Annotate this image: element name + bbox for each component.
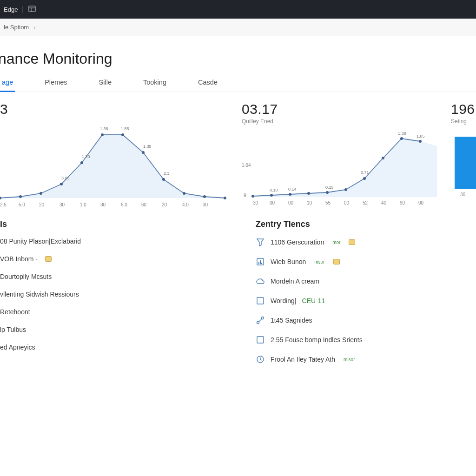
tab-bar: age Plemes Sille Tooking Casde (0, 74, 476, 92)
tab-casde[interactable]: Casde (196, 74, 219, 92)
stat-mid-value: 03.17 (242, 101, 437, 117)
square-icon (256, 296, 265, 305)
list-item[interactable]: VOB Inbom - (0, 255, 228, 263)
list-item[interactable]: Wording| CEU-11 (256, 296, 476, 305)
svg-text:30: 30 (100, 202, 106, 207)
badge-icon (333, 259, 340, 264)
svg-text:1.04: 1.04 (242, 163, 251, 168)
svg-text:0.10: 0.10 (270, 188, 278, 192)
list-item[interactable]: 1106 Gerscuration mor (256, 238, 476, 247)
svg-text:30: 30 (253, 200, 258, 205)
svg-point-35 (270, 194, 273, 197)
svg-text:52: 52 (363, 200, 368, 205)
document-icon[interactable] (28, 6, 36, 13)
svg-point-36 (289, 193, 291, 196)
chart-mid: 03.17 Quilley Ened 1.04 9 0.10 0.14 (242, 101, 437, 206)
cloud-icon (256, 277, 265, 286)
svg-point-8 (101, 133, 104, 136)
svg-text:4.0: 4.0 (182, 202, 189, 207)
svg-point-10 (142, 151, 145, 154)
list-item[interactable]: ed Apneyics (0, 344, 228, 351)
svg-text:1.35: 1.35 (143, 144, 152, 149)
svg-point-41 (382, 157, 384, 159)
lists-row: is 08 Punity Plason|Exclabarid VOB Inbom… (0, 219, 476, 364)
svg-text:1.38: 1.38 (100, 126, 108, 131)
chart-right-plot: 30 (451, 127, 476, 197)
tag-label: mor (331, 239, 341, 245)
breadcrumb-item[interactable]: le Sptiom (4, 24, 29, 31)
tab-age[interactable]: age (0, 74, 15, 92)
square-icon (256, 335, 265, 344)
tag-label: misor (343, 357, 356, 363)
list-item[interactable]: vllenting Sidwish Ressiours (0, 291, 228, 298)
svg-text:30: 30 (60, 202, 65, 207)
svg-point-38 (326, 191, 329, 194)
left-list-title: is (0, 219, 228, 229)
tab-tooking[interactable]: Tooking (141, 74, 168, 92)
svg-text:3.03: 3.03 (61, 176, 70, 180)
badge-icon (349, 239, 355, 245)
funnel-icon (256, 238, 265, 247)
list-item[interactable]: Retehoont (0, 308, 228, 316)
svg-point-39 (344, 188, 347, 191)
svg-text:1.30: 1.30 (82, 154, 90, 159)
tab-plemes[interactable]: Plemes (43, 74, 69, 92)
svg-point-68 (262, 317, 264, 319)
svg-text:20: 20 (39, 202, 45, 207)
svg-rect-66 (257, 298, 264, 304)
svg-text:00: 00 (270, 200, 275, 205)
chart-mid-plot: 1.04 9 0.10 0.14 0.15 0.71 1.38 (242, 127, 437, 206)
svg-point-5 (40, 192, 42, 195)
list-item[interactable]: Mordeln A cream (256, 277, 476, 286)
svg-text:2.5: 2.5 (0, 202, 7, 207)
svg-point-3 (0, 197, 1, 199)
top-bar: Edge (0, 0, 476, 19)
report-icon (256, 257, 265, 266)
svg-point-14 (224, 197, 226, 199)
svg-point-12 (183, 192, 185, 195)
svg-point-37 (307, 192, 310, 195)
stat-mid-sub: Quilley Ened (242, 118, 437, 125)
suffix-label: CEU-11 (302, 297, 325, 304)
chart-right: 196 Seting 30 (451, 101, 476, 197)
stat-right-sub: Seting (451, 118, 476, 125)
list-item[interactable]: Dourtoplly Mcsuts (0, 273, 228, 280)
svg-point-4 (19, 195, 22, 198)
svg-rect-65 (261, 263, 262, 264)
svg-point-40 (363, 177, 366, 180)
svg-text:0.71: 0.71 (361, 170, 369, 175)
left-list: is 08 Punity Plason|Exclabarid VOB Inbom… (0, 219, 228, 364)
svg-text:00: 00 (418, 200, 424, 205)
svg-text:0.14: 0.14 (288, 187, 297, 192)
chart-left-plot: 3.03 1.30 1.38 1.55 1.35 2.3 2.5 5.0 20 … (0, 120, 228, 208)
page-body: nance Monitoring age Plemes Sille Tookin… (0, 36, 476, 364)
page-title: nance Monitoring (0, 50, 476, 74)
list-item[interactable]: lp Tulbus (0, 326, 228, 333)
svg-rect-64 (260, 260, 261, 264)
tag-label: msor (313, 259, 325, 265)
svg-text:30: 30 (203, 202, 208, 207)
svg-text:90: 90 (400, 200, 405, 205)
svg-rect-60 (455, 137, 476, 189)
brand-label: Edge (4, 6, 23, 13)
svg-point-34 (251, 195, 254, 198)
svg-text:00: 00 (288, 200, 294, 205)
svg-text:40: 40 (381, 200, 387, 205)
svg-text:0.15: 0.15 (325, 185, 334, 190)
list-item[interactable]: 08 Punity Plason|Exclabarid (0, 238, 228, 245)
svg-point-43 (419, 140, 422, 143)
svg-point-7 (80, 161, 83, 164)
svg-point-6 (60, 183, 63, 185)
svg-text:1.0: 1.0 (80, 202, 86, 207)
list-item[interactable]: Frool An Iley Tatey Ath misor (256, 355, 476, 364)
svg-text:10: 10 (307, 200, 312, 205)
svg-text:60: 60 (141, 202, 147, 207)
svg-text:6.0: 6.0 (121, 202, 127, 207)
svg-text:1.55: 1.55 (121, 126, 129, 131)
list-item[interactable]: 2.55 Fouse bomp Indles Srients (256, 335, 476, 344)
svg-text:30: 30 (460, 192, 466, 197)
list-item[interactable]: 1t45 Sagnides (256, 316, 476, 325)
tab-sille[interactable]: Sille (97, 74, 113, 92)
right-list: Zentry Tiencs 1106 Gerscuration mor Wieb… (256, 219, 476, 364)
list-item[interactable]: Wieb Bunon msor (256, 257, 476, 266)
